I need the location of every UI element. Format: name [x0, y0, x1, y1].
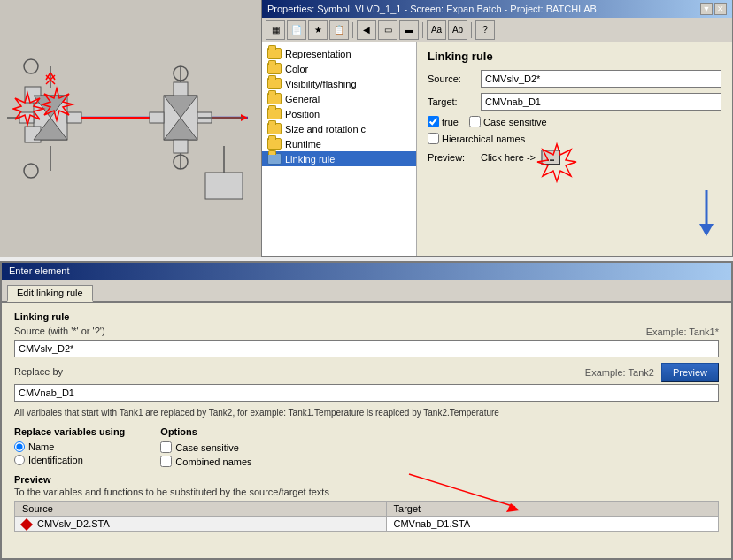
preview-link: Click here -> — [481, 152, 536, 163]
target-input[interactable] — [481, 93, 721, 111]
svg-rect-25 — [150, 112, 164, 123]
table-header-target: Target — [386, 502, 718, 517]
bottom-tabs: Edit linking rule — [2, 280, 731, 303]
svg-rect-33 — [205, 173, 243, 199]
folder-icon — [267, 48, 282, 59]
combined-names-option-label[interactable]: Combined names — [160, 456, 251, 467]
bottom-section: Enter element Edit linking rule Linking … — [0, 261, 733, 560]
source-bottom-input[interactable] — [14, 340, 719, 357]
detail-panel: Linking rule Source: Target: true — [417, 42, 732, 256]
source-input-row — [14, 340, 719, 357]
replace-bottom-input[interactable] — [14, 384, 719, 402]
red-diamond-icon — [20, 518, 33, 531]
table-cell-target: CMVnab_D1.STA — [386, 517, 718, 532]
toolbar-text-btn[interactable]: Aa — [427, 20, 446, 40]
options-title: Options — [160, 426, 251, 437]
bottom-content: Linking rule Source (with '*' or '?') Ex… — [2, 303, 731, 541]
svg-rect-28 — [174, 140, 188, 153]
pin-button[interactable]: ✕ — [714, 3, 727, 15]
source-field-label: Source (with '*' or '?') — [14, 326, 105, 336]
folder-icon — [267, 138, 282, 150]
tree-item-position[interactable]: Position — [262, 106, 416, 121]
preview-row: Preview: Click here -> ... — [428, 150, 721, 165]
table-row: CMVslv_D2.STA CMVnab_D1.STA — [15, 517, 719, 532]
replace-variables-group: Replace variables using Name Identificat… — [14, 426, 125, 467]
radio-name[interactable] — [14, 441, 25, 452]
replace-by-label: Replace by — [14, 366, 63, 377]
toolbar-grid-btn[interactable]: ▦ — [266, 20, 285, 40]
bottom-titlebar: Enter element — [2, 263, 731, 280]
preview-button[interactable]: Preview — [661, 363, 719, 382]
preview-dots-button[interactable]: ... — [541, 150, 560, 165]
properties-title: Properties: Symbol: VLVD_1_1 - Screen: E… — [267, 4, 597, 14]
radio-identification[interactable] — [14, 455, 25, 465]
source-example-label: Example: Tank1* — [646, 326, 719, 337]
toolbar-sep2 — [422, 22, 423, 38]
toolbar-help-btn[interactable]: ? — [475, 20, 495, 40]
toolbar-doc2-btn[interactable]: 📋 — [329, 20, 349, 40]
svg-marker-38 — [699, 224, 714, 236]
tree-item-general[interactable]: General — [262, 91, 416, 106]
options-group: Options Case sensitive Combined names — [160, 426, 251, 467]
bottom-window-title: Enter element — [9, 265, 69, 276]
minimize-button[interactable]: ▼ — [700, 3, 713, 15]
table-cell-source: CMVslv_D2.STA — [15, 517, 387, 532]
checkbox-row2: Hierarchical names — [428, 133, 721, 144]
hierarchical-names-checkbox[interactable] — [428, 133, 439, 144]
svg-rect-7 — [67, 112, 81, 123]
case-sensitive-checkbox[interactable] — [469, 116, 481, 127]
folder-icon — [267, 93, 282, 104]
source-input[interactable] — [481, 70, 721, 88]
source-label: Source: — [428, 73, 481, 84]
blue-down-arrow — [697, 190, 716, 239]
source-row: Source: — [428, 70, 721, 88]
info-text: All varibales that start with Tank1 are … — [14, 407, 719, 419]
toolbar-doc-btn[interactable]: 📄 — [287, 20, 306, 40]
linking-rule-section-title: Linking rule — [14, 311, 719, 322]
replace-vars-title: Replace variables using — [14, 426, 125, 437]
folder-icon — [267, 123, 282, 134]
table-header-source: Source — [15, 502, 387, 517]
case-sensitive-option-label[interactable]: Case sensitive — [160, 441, 251, 453]
toolbar-sep3 — [471, 22, 472, 38]
tab-edit-linking-rule[interactable]: Edit linking rule — [7, 285, 93, 302]
toolbar-text2-btn[interactable]: Ab — [448, 20, 467, 40]
tree-item-representation[interactable]: Representation — [262, 46, 416, 61]
properties-window: Properties: Symbol: VLVD_1_1 - Screen: E… — [261, 0, 733, 257]
radio-identification-label[interactable]: Identification — [14, 455, 125, 465]
replace-input-row — [14, 384, 719, 402]
via-variable-label[interactable]: true — [428, 116, 459, 127]
tree-item-size-rotation[interactable]: Size and rotation c — [262, 121, 416, 136]
properties-titlebar: Properties: Symbol: VLVD_1_1 - Screen: E… — [262, 0, 732, 18]
via-variable-checkbox[interactable] — [428, 116, 439, 127]
preview-section-title: Preview — [14, 474, 719, 485]
target-row: Target: — [428, 93, 721, 111]
properties-body: Representation Color Visibility/flashing… — [262, 42, 732, 256]
case-sensitive-option[interactable] — [160, 441, 172, 453]
tree-item-linking-rule[interactable]: Linking rule — [262, 151, 416, 166]
preview-table: Source Target CMVslv_D2.STA CMVnab_D1.ST… — [14, 501, 719, 532]
diagram-panel — [0, 0, 261, 257]
toolbar-rect2-btn[interactable]: ▬ — [399, 20, 419, 40]
target-label: Target: — [428, 96, 481, 107]
hierarchical-names-label[interactable]: Hierarchical names — [428, 133, 525, 144]
radio-name-label[interactable]: Name — [14, 441, 125, 452]
folder-icon — [267, 108, 282, 119]
tree-item-visibility[interactable]: Visibility/flashing — [262, 76, 416, 91]
replace-example-label: Example: Tank2 — [585, 367, 654, 378]
folder-icon — [267, 63, 282, 74]
folder-icon — [267, 78, 282, 89]
detail-title: Linking rule — [428, 50, 721, 63]
tree-panel: Representation Color Visibility/flashing… — [262, 42, 417, 256]
case-sensitive-label[interactable]: Case sensitive — [469, 116, 547, 127]
svg-rect-27 — [174, 82, 188, 96]
combined-names-option[interactable] — [160, 456, 172, 467]
options-row: Replace variables using Name Identificat… — [14, 426, 719, 467]
toolbar-rect-btn[interactable]: ▭ — [378, 20, 397, 40]
checkbox-row1: true Case sensitive — [428, 116, 721, 127]
folder-icon — [267, 153, 282, 165]
tree-item-runtime[interactable]: Runtime — [262, 136, 416, 151]
toolbar-star-btn[interactable]: ★ — [308, 20, 328, 40]
tree-item-color[interactable]: Color — [262, 61, 416, 76]
toolbar-arrow-btn[interactable]: ◀ — [357, 20, 376, 40]
